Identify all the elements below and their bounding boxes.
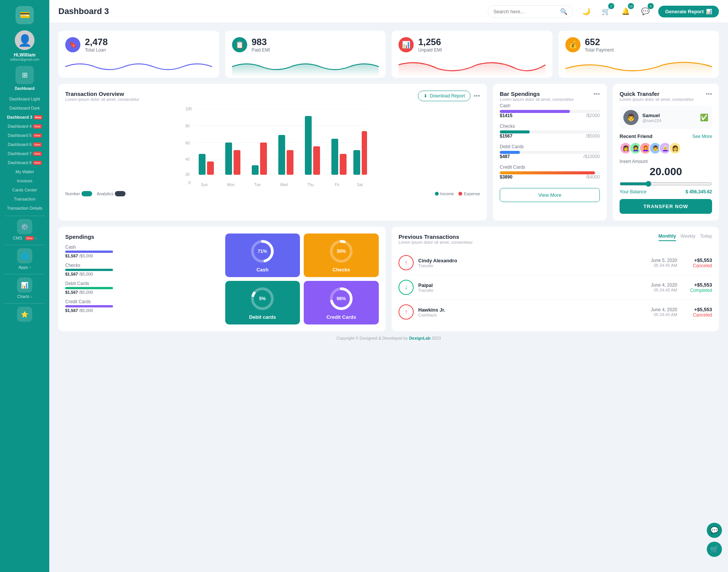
cms-label[interactable]: CMS bbox=[13, 236, 22, 240]
sidebar-item-transaction[interactable]: Transaction bbox=[0, 194, 49, 204]
dashboard-icon-btn[interactable]: ⊞ bbox=[16, 66, 34, 84]
apps-label[interactable]: Apps bbox=[19, 265, 28, 270]
transfer-now-button[interactable]: TRANSFER NOW bbox=[620, 199, 712, 214]
svg-rect-31 bbox=[362, 131, 367, 175]
spendings-checks-item: Checks $1,567 /$5,000 bbox=[65, 263, 219, 276]
spendings-list: Spendings Cash $1,567 /$5,000 Checks $1,… bbox=[65, 234, 219, 324]
bar-spendings-more-icon[interactable]: ••• bbox=[593, 91, 600, 97]
sidebar-item-invoices[interactable]: Invoices bbox=[0, 176, 49, 185]
transaction-bar-chart: 100 80 60 40 20 0 Sun Mon bbox=[65, 105, 480, 188]
sidebar-item-dashboard-light[interactable]: Dashboard Light bbox=[0, 94, 49, 103]
apps-icon[interactable]: 🌐 bbox=[17, 248, 32, 263]
sidebar-item-wallet[interactable]: My Wallet bbox=[0, 167, 49, 176]
float-support-button[interactable]: 💬 bbox=[707, 523, 722, 538]
dashboard-label[interactable]: Dashboard bbox=[15, 86, 35, 91]
trans-icon-hawkins: ↑ bbox=[399, 304, 414, 320]
trans-type-hawkins: Cashback bbox=[418, 313, 646, 317]
moon-icon-btn[interactable]: 🌙 bbox=[579, 5, 593, 18]
expense-dot bbox=[458, 192, 462, 196]
donut-credit: 96% Credit Cards bbox=[304, 281, 379, 324]
spending-row-checks: Checks $1567 /$5000 bbox=[500, 124, 600, 139]
download-report-label: Download Report bbox=[430, 93, 465, 99]
donut-checks: 30% Checks bbox=[304, 234, 379, 277]
sidebar-item-dashboard8[interactable]: Dashboard 8 New bbox=[0, 158, 49, 167]
amount-slider[interactable] bbox=[620, 181, 712, 187]
quick-transfer-card: Quick Transfer Lorem ipsum dolor sit ame… bbox=[613, 84, 719, 221]
sidebar-item-dashboard3[interactable]: Dashboard 3 New bbox=[0, 113, 49, 122]
cms-icon[interactable]: ⚙️ bbox=[17, 219, 32, 234]
unpaid-emi-wave bbox=[399, 57, 546, 76]
transfer-user-card[interactable]: 👨 Samuel @sam224 ✅ bbox=[620, 106, 712, 129]
donut-checks-svg: 30% bbox=[328, 238, 355, 265]
svg-text:80: 80 bbox=[185, 124, 190, 128]
trans-time-hawkins: 05:34:45 AM bbox=[651, 312, 677, 317]
sidebar-item-cards[interactable]: Cards Center bbox=[0, 185, 49, 194]
total-loan-icon: 🔖 bbox=[65, 37, 80, 52]
see-more-link[interactable]: See More bbox=[692, 134, 712, 139]
more-options-icon[interactable]: ••• bbox=[474, 92, 480, 99]
quick-transfer-subtitle: Lorem ipsum dolor sit amet, consectetur bbox=[620, 97, 694, 102]
spending-row-credit: Credit Cards $3890 /$4000 bbox=[500, 165, 600, 180]
download-report-button[interactable]: ⬇ Download Report bbox=[418, 91, 471, 101]
spending-row-debit: Debit Cards $487 /$10000 bbox=[500, 144, 600, 159]
svg-text:Mon: Mon bbox=[227, 183, 234, 187]
svg-text:60: 60 bbox=[185, 141, 190, 145]
prev-transactions-subtitle: Lorem ipsum dolor sit amet, consectetur bbox=[399, 240, 473, 244]
credit-progress-fill bbox=[500, 171, 595, 174]
sidebar-item-dashboard4[interactable]: Dashboard 4 New bbox=[0, 122, 49, 131]
friend-avatar-6[interactable]: 👩 bbox=[669, 142, 681, 154]
search-box[interactable]: 🔍 bbox=[488, 5, 573, 18]
cash-amount: $1415 bbox=[500, 113, 512, 118]
starred-icon[interactable]: ⭐ bbox=[17, 307, 32, 322]
sidebar-item-dashboard6[interactable]: Dashboard 6 New bbox=[0, 140, 49, 149]
tab-monthly[interactable]: Monthly bbox=[659, 234, 676, 241]
float-cart-button[interactable]: 🛒 bbox=[707, 542, 722, 557]
cart-icon-btn[interactable]: 🛒 2 bbox=[599, 5, 613, 18]
cart-badge: 2 bbox=[608, 3, 614, 9]
quick-transfer-more-icon[interactable]: ••• bbox=[706, 91, 712, 97]
sidebar-item-dashboard7[interactable]: Dashboard 7 New bbox=[0, 149, 49, 158]
sidebar-item-dashboard5[interactable]: Dashboard 5 New bbox=[0, 131, 49, 140]
search-icon: 🔍 bbox=[560, 8, 568, 15]
sidebar-logo[interactable]: 💳 bbox=[16, 6, 34, 24]
bar-spendings-card: Bar Spendings Lorem ipsum dolor sit amet… bbox=[493, 84, 607, 221]
expense-label: Expense bbox=[464, 191, 480, 196]
credit-progress-bar bbox=[500, 171, 600, 174]
svg-rect-29 bbox=[340, 154, 347, 175]
sidebar-item-dashboard-dark[interactable]: Dashboard Dark bbox=[0, 103, 49, 113]
bell-badge: 12 bbox=[628, 3, 634, 9]
cms-badge: New bbox=[25, 236, 34, 240]
tab-weekly[interactable]: Weekly bbox=[681, 234, 695, 241]
mid-row: Transaction Overview Lorem ipsum dolor s… bbox=[58, 84, 719, 221]
svg-text:Thu: Thu bbox=[307, 183, 314, 187]
badge-new-d8: New bbox=[33, 161, 41, 165]
trans-status-paipal: Completed bbox=[682, 288, 712, 293]
charts-label[interactable]: Charts bbox=[17, 294, 29, 299]
bell-icon-btn[interactable]: 🔔 12 bbox=[619, 5, 632, 18]
sidebar-avatar: 👤 bbox=[15, 30, 35, 50]
svg-text:30%: 30% bbox=[337, 249, 346, 254]
search-input[interactable] bbox=[493, 9, 557, 14]
chat-icon-btn[interactable]: 💬 5 bbox=[639, 5, 652, 18]
insert-amount-value: 20.000 bbox=[620, 166, 712, 178]
view-more-button[interactable]: View More bbox=[500, 188, 600, 202]
tab-today[interactable]: Today bbox=[700, 234, 712, 241]
analytics-toggle[interactable] bbox=[115, 191, 126, 196]
spendings-credit-label: Credit Cards bbox=[65, 299, 219, 304]
svg-rect-24 bbox=[278, 135, 285, 175]
bar-spendings-subtitle: Lorem ipsum dolor sit amet, consectetur bbox=[500, 97, 574, 102]
trans-date-cindy: June 5, 2020 05:34:45 AM bbox=[651, 258, 677, 268]
number-toggle[interactable] bbox=[82, 191, 92, 196]
trans-row-paipal: ↓ Paipal Transfer June 4, 2020 05:34:45 … bbox=[399, 275, 712, 300]
friend-avatars-row: 👩 👩‍🦱 👩‍🦰 👨 👩‍🦳 👩 bbox=[620, 142, 712, 154]
generate-report-button[interactable]: Generate Report 📊 bbox=[658, 6, 719, 17]
total-loan-wave bbox=[65, 57, 212, 76]
charts-icon[interactable]: 📊 bbox=[17, 277, 32, 293]
trans-info-hawkins: Hawkins Jr. Cashback bbox=[418, 307, 646, 317]
cms-arrow-icon: › bbox=[35, 236, 36, 240]
sidebar-item-transaction-details[interactable]: Transaction Details bbox=[0, 204, 49, 213]
credit-max: /$4000 bbox=[586, 174, 600, 180]
svg-rect-28 bbox=[331, 139, 338, 175]
trans-amount-hawkins: +$5,553 bbox=[682, 307, 712, 312]
spendings-credit-amounts: $1,567 /$5,000 bbox=[65, 308, 219, 313]
